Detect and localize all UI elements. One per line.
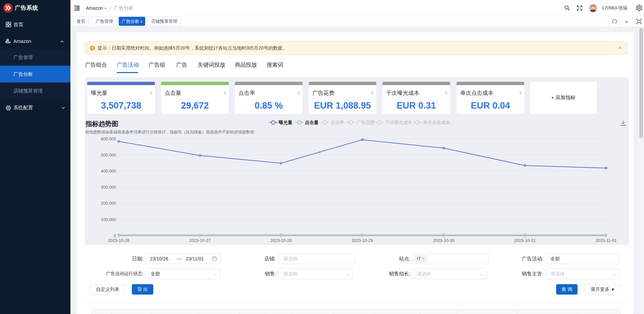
svg-text:100,000: 100,000 <box>101 217 116 222</box>
svg-text:2023-10-31: 2023-10-31 <box>514 238 536 243</box>
svg-text:2023-10-27: 2023-10-27 <box>189 238 211 243</box>
svg-text:2023-10-30: 2023-10-30 <box>433 238 454 243</box>
svg-text:2023-11-01: 2023-11-01 <box>595 238 616 243</box>
svg-text:600,000: 600,000 <box>101 137 116 141</box>
svg-text:400,000: 400,000 <box>101 169 116 174</box>
svg-text:2023-10-29: 2023-10-29 <box>352 238 373 243</box>
svg-text:2023-10-26: 2023-10-26 <box>108 238 129 243</box>
svg-text:300,000: 300,000 <box>101 185 116 190</box>
svg-text:2023-10-28: 2023-10-28 <box>270 238 292 243</box>
svg-text:200,000: 200,000 <box>101 201 116 206</box>
svg-text:500,000: 500,000 <box>101 153 116 158</box>
svg-text:0: 0 <box>114 234 116 238</box>
